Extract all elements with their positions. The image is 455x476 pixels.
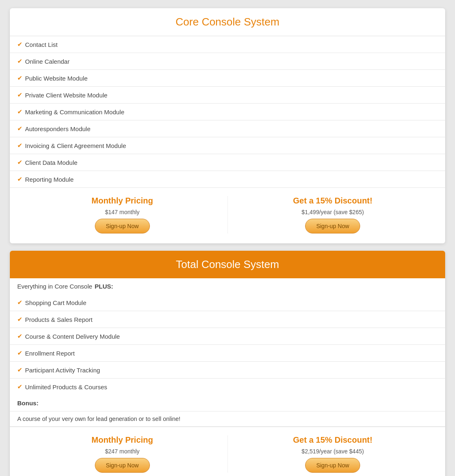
- core-monthly-signup-button[interactable]: Sign-up Now: [95, 219, 150, 233]
- core-feature-item: ✔Client Data Module: [10, 154, 445, 171]
- check-icon: ✔: [17, 316, 23, 323]
- total-monthly-label: Monthly Pricing: [92, 435, 153, 445]
- check-icon: ✔: [17, 41, 23, 48]
- core-console-title: Core Console System: [10, 8, 445, 36]
- check-icon: ✔: [17, 383, 23, 391]
- page-wrapper: Core Console System ✔Contact List✔Online…: [10, 8, 445, 476]
- total-annual-signup-button[interactable]: Sign-up Now: [305, 458, 360, 473]
- total-feature-item: ✔Unlimited Products & Courses: [10, 379, 445, 395]
- total-console-feature-list: ✔Shopping Cart Module✔Products & Sales R…: [10, 294, 445, 395]
- core-feature-item: ✔Private Client Website Module: [10, 87, 445, 104]
- total-console-intro: Everything in Core Console PLUS:: [10, 278, 445, 294]
- core-console-features: ✔Contact List✔Online Calendar✔Public Web…: [10, 36, 445, 187]
- core-monthly-amount: $147 monthly: [105, 209, 140, 215]
- total-console-title: Total Console System: [10, 251, 445, 278]
- core-feature-item: ✔Autoresponders Module: [10, 120, 445, 137]
- core-annual-amount: $1,499/year (save $265): [301, 209, 364, 215]
- check-icon: ✔: [17, 159, 23, 166]
- core-console-annual-col: Get a 15% Discount! $1,499/year (save $2…: [228, 196, 438, 233]
- total-monthly-col: Monthly Pricing $247 monthly Sign-up Now: [17, 435, 228, 473]
- total-feature-item: ✔Shopping Cart Module: [10, 294, 445, 311]
- core-feature-item: ✔Invoicing & Client Agreement Module: [10, 137, 445, 154]
- total-annual-label: Get a 15% Discount!: [293, 435, 372, 445]
- check-icon: ✔: [17, 349, 23, 357]
- check-icon: ✔: [17, 366, 23, 374]
- check-icon: ✔: [17, 142, 23, 149]
- core-monthly-label: Monthly Pricing: [92, 196, 153, 206]
- core-feature-item: ✔Online Calendar: [10, 53, 445, 70]
- core-annual-label: Get a 15% Discount!: [293, 196, 372, 206]
- intro-bold: PLUS:: [95, 283, 113, 290]
- check-icon: ✔: [17, 333, 23, 340]
- total-monthly-amount: $247 monthly: [105, 448, 140, 455]
- core-console-pricing: Monthly Pricing $147 monthly Sign-up Now…: [10, 187, 445, 243]
- check-icon: ✔: [17, 74, 23, 82]
- check-icon: ✔: [17, 58, 23, 65]
- total-annual-col: Get a 15% Discount! $2,519/year (save $4…: [228, 435, 438, 473]
- total-feature-item: ✔Enrollment Report: [10, 345, 445, 362]
- bonus-label: Bonus:: [10, 395, 445, 411]
- check-icon: ✔: [17, 108, 23, 116]
- total-monthly-signup-button[interactable]: Sign-up Now: [95, 458, 150, 473]
- total-annual-amount: $2,519/year (save $445): [301, 448, 364, 455]
- total-console-pricing: Monthly Pricing $247 monthly Sign-up Now…: [10, 427, 445, 476]
- core-annual-signup-button[interactable]: Sign-up Now: [305, 219, 360, 233]
- check-icon: ✔: [17, 125, 23, 132]
- total-feature-item: ✔Participant Activity Tracking: [10, 362, 445, 379]
- total-console-features: Everything in Core Console PLUS:: [10, 278, 445, 294]
- core-feature-item: ✔Public Website Module: [10, 70, 445, 87]
- check-icon: ✔: [17, 176, 23, 183]
- core-feature-item: ✔Marketing & Communication Module: [10, 104, 445, 120]
- intro-text: Everything in Core Console: [17, 283, 92, 290]
- total-feature-item: ✔Course & Content Delivery Module: [10, 328, 445, 345]
- check-icon: ✔: [17, 299, 23, 306]
- core-feature-item: ✔Reporting Module: [10, 171, 445, 187]
- check-icon: ✔: [17, 91, 23, 99]
- total-feature-item: ✔Products & Sales Report: [10, 311, 445, 328]
- core-console-monthly-col: Monthly Pricing $147 monthly Sign-up Now: [17, 196, 228, 233]
- core-console-card: Core Console System ✔Contact List✔Online…: [10, 8, 445, 243]
- total-console-card: Total Console System Everything in Core …: [10, 251, 445, 476]
- bonus-text: A course of your very own for lead gener…: [10, 411, 445, 427]
- core-feature-item: ✔Contact List: [10, 36, 445, 53]
